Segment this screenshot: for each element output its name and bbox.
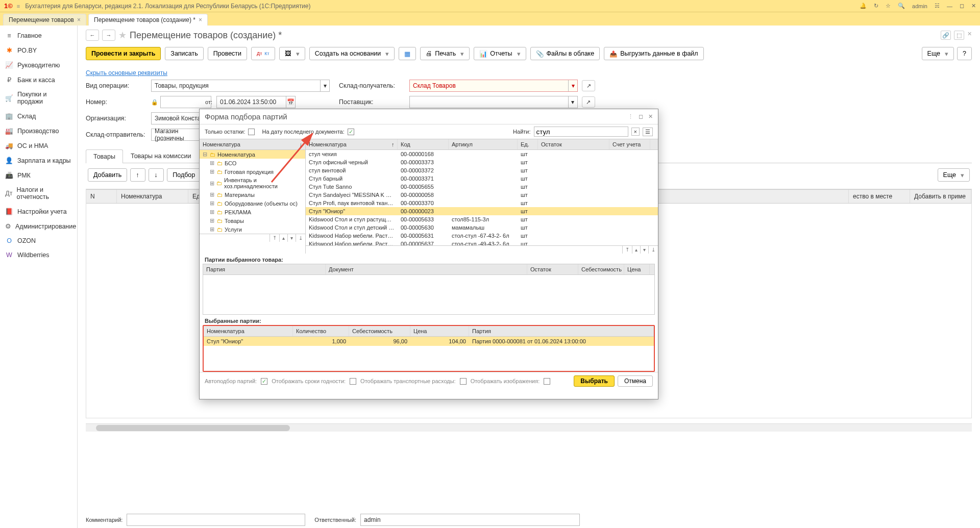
export-button[interactable]: 📤 Выгрузить данные в файл bbox=[604, 47, 703, 60]
table-row[interactable]: Kidswood Набор мебели. Растущий стол и..… bbox=[306, 232, 658, 240]
back-button[interactable]: ← bbox=[86, 30, 99, 41]
expand-icon[interactable]: ⊞ bbox=[210, 217, 215, 224]
create-on-button[interactable]: Создать на основании▾ bbox=[309, 47, 395, 60]
shelf-life-checkbox[interactable] bbox=[350, 378, 356, 385]
col-header[interactable]: Партия bbox=[203, 264, 326, 274]
table-row[interactable]: Стул "Юниор"00-00000023шт bbox=[306, 207, 658, 215]
link-icon[interactable]: 🔗 bbox=[941, 31, 951, 40]
comment-input[interactable] bbox=[127, 514, 305, 526]
col-header[interactable]: Себестоимость bbox=[578, 264, 624, 274]
goto-last-icon[interactable]: ⤓ bbox=[296, 234, 305, 242]
more-icon[interactable]: ⋮ bbox=[628, 113, 633, 120]
col-header[interactable]: Количество bbox=[293, 326, 349, 336]
pick-button[interactable]: Подбор bbox=[167, 168, 201, 182]
col-header[interactable]: Номенклатура bbox=[203, 141, 300, 147]
images-checkbox[interactable] bbox=[544, 378, 550, 385]
col-header[interactable]: Цена bbox=[624, 264, 650, 274]
sidebar-item[interactable]: 📠РМК bbox=[0, 168, 77, 183]
tree-item[interactable]: ⊞🗀Материалы bbox=[200, 190, 305, 199]
table-row[interactable]: стул чехия00-00000168шт bbox=[306, 150, 658, 158]
col-header[interactable]: ество в месте bbox=[849, 190, 910, 203]
table-row[interactable]: Kidswood Набор мебели. Растущий стол и..… bbox=[306, 240, 658, 245]
table-row[interactable]: Стул барный00-00003371шт bbox=[306, 174, 658, 183]
sidebar-item[interactable]: 📕Настройки учета bbox=[0, 204, 77, 219]
supplier-select[interactable]: ▾ bbox=[409, 96, 578, 108]
add-row-button[interactable]: Добавить bbox=[88, 168, 127, 182]
table-row[interactable]: Стул Tute Sanno00-00005655шт bbox=[306, 183, 658, 191]
external-button[interactable]: 🖼▾ bbox=[279, 47, 305, 60]
files-button[interactable]: 📎 Файлы в облаке bbox=[530, 47, 600, 60]
expand-icon[interactable]: ⊞ bbox=[210, 209, 215, 215]
chevron-down-icon[interactable]: ▾ bbox=[320, 80, 329, 91]
select-button[interactable]: Выбрать bbox=[574, 375, 615, 387]
expand-icon[interactable]: ⊞ bbox=[210, 191, 215, 198]
close-icon[interactable]: ✕ bbox=[648, 113, 653, 120]
goto-first-icon[interactable]: ⤒ bbox=[270, 234, 279, 242]
col-header[interactable]: Ед. bbox=[518, 139, 538, 149]
scroll-down-icon[interactable]: ▾ bbox=[287, 234, 296, 242]
filter-icon[interactable]: ☰ bbox=[643, 128, 653, 136]
more-button[interactable]: Еще▾ bbox=[922, 47, 954, 60]
scroll-up-icon[interactable]: ▴ bbox=[279, 234, 287, 242]
col-header[interactable]: Партия bbox=[469, 326, 654, 336]
close-icon[interactable]: ✕ bbox=[967, 31, 972, 40]
tree-item[interactable]: ⊞🗀Услуги bbox=[200, 225, 305, 234]
col-header[interactable]: Номенклатура bbox=[204, 326, 293, 336]
close-icon[interactable]: ✕ bbox=[971, 3, 976, 9]
close-icon[interactable]: × bbox=[199, 16, 202, 23]
user-label[interactable]: admin bbox=[912, 3, 927, 9]
dk-button[interactable]: ДтКт bbox=[251, 47, 275, 60]
col-header[interactable]: Документ bbox=[326, 264, 527, 274]
tree-item[interactable]: ⊞🗀РЕКЛАМА bbox=[200, 208, 305, 216]
doc-tab-active[interactable]: Перемещение товаров (создание) * × bbox=[88, 14, 208, 26]
calendar-icon[interactable]: 📅 bbox=[286, 96, 295, 108]
col-header[interactable]: Добавить в приме bbox=[910, 190, 971, 203]
favorite-icon[interactable]: ★ bbox=[118, 30, 127, 41]
menu-icon[interactable]: ≡ bbox=[17, 3, 20, 9]
sidebar-item[interactable]: 📈Руководителю bbox=[0, 58, 77, 72]
scroll-down-icon[interactable]: ▾ bbox=[640, 246, 648, 254]
transport-costs-checkbox[interactable] bbox=[460, 378, 467, 385]
expand-icon[interactable]: ⊞ bbox=[210, 180, 214, 187]
tree-item[interactable]: ⊞🗀Товары bbox=[200, 216, 305, 225]
table-row[interactable]: Kidswood Стол и стул растущий набор00-00… bbox=[306, 215, 658, 223]
col-header[interactable]: Остаток bbox=[527, 264, 578, 274]
toggle-details-link[interactable]: Скрыть основные реквизиты bbox=[86, 69, 167, 77]
col-header[interactable]: N bbox=[86, 190, 117, 203]
print-button[interactable]: 🖨 Печать▾ bbox=[420, 47, 470, 60]
tree-item[interactable]: ⊞🗀БСО bbox=[200, 159, 305, 167]
col-header[interactable]: ↑Код bbox=[398, 139, 449, 149]
table-row[interactable]: Стул Sandalyeci "MESSINA K CHAIR"00-0000… bbox=[306, 191, 658, 199]
col-header[interactable]: Номенклатура bbox=[306, 139, 398, 149]
open-ref-button[interactable]: ↗ bbox=[582, 96, 595, 108]
autopick-checkbox[interactable] bbox=[261, 378, 267, 385]
col-header[interactable]: Остаток bbox=[538, 139, 609, 149]
scrollbar-horizontal[interactable] bbox=[86, 423, 972, 432]
goto-last-icon[interactable]: ⤓ bbox=[648, 246, 658, 254]
sidebar-item[interactable]: ✱PO.BY bbox=[0, 43, 77, 58]
date-input[interactable]: 01.06.2024 13:50:00 📅 bbox=[216, 96, 296, 108]
table-row[interactable]: Стул "Юниор" 1,000 96,00 104,00 Партия 0… bbox=[204, 337, 654, 346]
sidebar-item[interactable]: 👤Зарплата и кадры bbox=[0, 153, 77, 168]
maximize-icon[interactable]: ◻ bbox=[960, 3, 964, 9]
sidebar-item[interactable]: ₽Банк и касса bbox=[0, 72, 77, 87]
only-balance-checkbox[interactable] bbox=[248, 129, 255, 135]
expand-icon[interactable]: ⊞ bbox=[210, 168, 215, 175]
bell-icon[interactable]: 🔔 bbox=[860, 3, 867, 9]
close-icon[interactable]: × bbox=[77, 16, 81, 23]
move-up-button[interactable]: ↑ bbox=[130, 168, 145, 182]
dest-warehouse-select[interactable]: Склад Товаров ▾ bbox=[409, 80, 578, 92]
tree-item[interactable]: ⊞🗀Готовая продукция bbox=[200, 167, 305, 176]
expand-icon[interactable]: ⊞ bbox=[210, 226, 215, 233]
col-header[interactable]: Номенклатура bbox=[117, 190, 188, 203]
tab-goods[interactable]: Товары bbox=[86, 149, 123, 163]
forward-button[interactable]: → bbox=[102, 30, 115, 41]
chevron-down-icon[interactable]: ▾ bbox=[568, 80, 577, 91]
excel-button[interactable]: ▦ bbox=[399, 47, 416, 60]
expand-icon[interactable]: ⊞ bbox=[210, 160, 215, 166]
cancel-button[interactable]: Отмена bbox=[618, 375, 653, 387]
search-input[interactable] bbox=[534, 127, 628, 137]
sidebar-item[interactable]: WWildberries bbox=[0, 248, 77, 262]
number-input[interactable] bbox=[160, 96, 211, 108]
scroll-up-icon[interactable]: ▴ bbox=[632, 246, 640, 254]
